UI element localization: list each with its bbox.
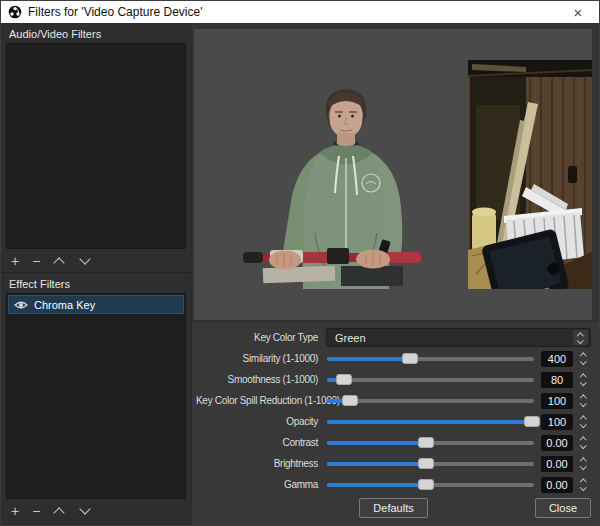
gamma-slider[interactable] bbox=[327, 477, 534, 492]
key-color-type-select[interactable]: Green bbox=[326, 328, 591, 347]
gamma-value[interactable]: 0.00 bbox=[541, 477, 573, 493]
slider-rows: Similarity (1-1000)400Smoothness (1-1000… bbox=[196, 348, 591, 495]
chevron-down-icon bbox=[577, 339, 585, 344]
combo-spinner[interactable] bbox=[573, 330, 588, 345]
add-effect-filter-button[interactable]: + bbox=[11, 504, 19, 518]
key-color-spill-reduction-1-1000-label: Key Color Spill Reduction (1-1000) bbox=[196, 395, 326, 406]
smoothness-1-1000-value[interactable]: 80 bbox=[541, 372, 573, 388]
close-button[interactable]: Close bbox=[535, 498, 591, 518]
move-effect-filter-up-button[interactable] bbox=[53, 506, 66, 515]
effect-filter-name: Chroma Key bbox=[34, 299, 95, 311]
spin-up-icon[interactable] bbox=[579, 457, 587, 462]
filters-dialog: Filters for 'Video Capture Device' × Aud… bbox=[0, 0, 600, 526]
key-color-spill-reduction-1-1000-value[interactable]: 100 bbox=[541, 393, 573, 409]
brightness-label: Brightness bbox=[196, 458, 326, 469]
smoothness-1-1000-spinner bbox=[575, 373, 591, 386]
video-preview bbox=[194, 29, 592, 320]
remove-effect-filter-button[interactable]: − bbox=[32, 504, 40, 518]
key-color-type-value: Green bbox=[327, 332, 573, 344]
audio-video-filters-header: Audio/Video Filters bbox=[6, 23, 186, 43]
dialog-buttons: Defaults Close bbox=[196, 497, 591, 519]
similarity-1-1000-label: Similarity (1-1000) bbox=[196, 353, 326, 364]
spin-down-icon[interactable] bbox=[579, 402, 587, 407]
setting-row-brightness: Brightness0.00 bbox=[196, 453, 591, 474]
filters-sidebar: Audio/Video Filters + − Effect Filters bbox=[1, 23, 192, 525]
spin-up-icon[interactable] bbox=[579, 352, 587, 357]
chroma-key-settings: Key Color Type Green Similarity (1-1000)… bbox=[192, 320, 599, 525]
setting-row-opacity: Opacity100 bbox=[196, 411, 591, 432]
gamma-label: Gamma bbox=[196, 479, 326, 490]
add-audio-filter-button[interactable]: + bbox=[11, 254, 19, 268]
spin-down-icon[interactable] bbox=[579, 486, 587, 491]
similarity-1-1000-slider-handle[interactable] bbox=[402, 353, 418, 364]
spin-down-icon[interactable] bbox=[579, 444, 587, 449]
dialog-content: Audio/Video Filters + − Effect Filters bbox=[1, 23, 599, 525]
filter-detail-panel: Key Color Type Green Similarity (1-1000)… bbox=[192, 23, 599, 525]
gamma-slider-handle[interactable] bbox=[418, 479, 434, 490]
chevron-up-icon bbox=[53, 256, 66, 265]
effect-filters-list[interactable]: Chroma Key bbox=[6, 293, 186, 499]
setting-row-key-color-type: Key Color Type Green bbox=[196, 327, 591, 348]
slider-track bbox=[327, 399, 534, 403]
room-video bbox=[468, 60, 592, 289]
remove-audio-filter-button[interactable]: − bbox=[32, 254, 40, 268]
spin-down-icon[interactable] bbox=[579, 360, 587, 365]
setting-row-contrast: Contrast0.00 bbox=[196, 432, 591, 453]
opacity-value[interactable]: 100 bbox=[541, 414, 573, 430]
audio-filters-toolbar: + − bbox=[6, 249, 186, 272]
chevron-down-icon bbox=[79, 506, 92, 515]
setting-row-key-color-spill-reduction-1-1000: Key Color Spill Reduction (1-1000)100 bbox=[196, 390, 591, 411]
spin-down-icon[interactable] bbox=[579, 465, 587, 470]
spin-up-icon[interactable] bbox=[579, 394, 587, 399]
key-color-spill-reduction-1-1000-spinner bbox=[575, 394, 591, 407]
effect-filter-item-chroma-key[interactable]: Chroma Key bbox=[8, 295, 184, 314]
brightness-value[interactable]: 0.00 bbox=[541, 456, 573, 472]
key-color-spill-reduction-1-1000-slider-handle[interactable] bbox=[342, 395, 358, 406]
setting-row-similarity-1-1000: Similarity (1-1000)400 bbox=[196, 348, 591, 369]
opacity-slider[interactable] bbox=[327, 414, 534, 429]
opacity-label: Opacity bbox=[196, 416, 326, 427]
close-window-button[interactable]: × bbox=[557, 1, 599, 23]
slider-fill bbox=[327, 357, 410, 361]
brightness-slider-handle[interactable] bbox=[418, 458, 434, 469]
contrast-label: Contrast bbox=[196, 437, 326, 448]
key-color-type-label: Key Color Type bbox=[196, 332, 326, 343]
spin-up-icon[interactable] bbox=[579, 436, 587, 441]
move-audio-filter-up-button[interactable] bbox=[53, 256, 66, 265]
contrast-slider-handle[interactable] bbox=[418, 437, 434, 448]
spacer: Close bbox=[428, 498, 591, 518]
contrast-slider[interactable] bbox=[327, 435, 534, 450]
similarity-1-1000-value[interactable]: 400 bbox=[541, 351, 573, 367]
opacity-slider-handle[interactable] bbox=[524, 416, 540, 427]
obs-logo-icon bbox=[8, 5, 22, 19]
titlebar: Filters for 'Video Capture Device' × bbox=[1, 1, 599, 23]
similarity-1-1000-slider[interactable] bbox=[327, 351, 534, 366]
move-effect-filter-down-button[interactable] bbox=[79, 506, 92, 515]
slider-fill bbox=[327, 441, 426, 445]
spin-up-icon[interactable] bbox=[579, 415, 587, 420]
slider-track bbox=[327, 357, 534, 361]
brightness-slider[interactable] bbox=[327, 456, 534, 471]
spin-up-icon[interactable] bbox=[579, 373, 587, 378]
spin-down-icon[interactable] bbox=[579, 381, 587, 386]
key-color-spill-reduction-1-1000-slider[interactable] bbox=[327, 393, 534, 408]
audio-video-filters-list[interactable] bbox=[6, 43, 186, 249]
spin-down-icon[interactable] bbox=[579, 423, 587, 428]
slider-fill bbox=[327, 462, 426, 466]
effect-filters-header: Effect Filters bbox=[6, 273, 186, 293]
window-title: Filters for 'Video Capture Device' bbox=[28, 5, 202, 19]
visibility-eye-icon[interactable] bbox=[14, 300, 28, 310]
chevron-down-icon bbox=[79, 256, 92, 265]
contrast-spinner bbox=[575, 436, 591, 449]
defaults-button[interactable]: Defaults bbox=[359, 498, 427, 518]
effect-filters-toolbar: + − bbox=[6, 499, 186, 522]
slider-track bbox=[327, 420, 534, 424]
contrast-value[interactable]: 0.00 bbox=[541, 435, 573, 451]
smoothness-1-1000-slider[interactable] bbox=[327, 372, 534, 387]
smoothness-1-1000-slider-handle[interactable] bbox=[336, 374, 352, 385]
setting-row-smoothness-1-1000: Smoothness (1-1000)80 bbox=[196, 369, 591, 390]
chevron-up-icon bbox=[53, 506, 66, 515]
spin-up-icon[interactable] bbox=[579, 478, 587, 483]
move-audio-filter-down-button[interactable] bbox=[79, 256, 92, 265]
opacity-spinner bbox=[575, 415, 591, 428]
